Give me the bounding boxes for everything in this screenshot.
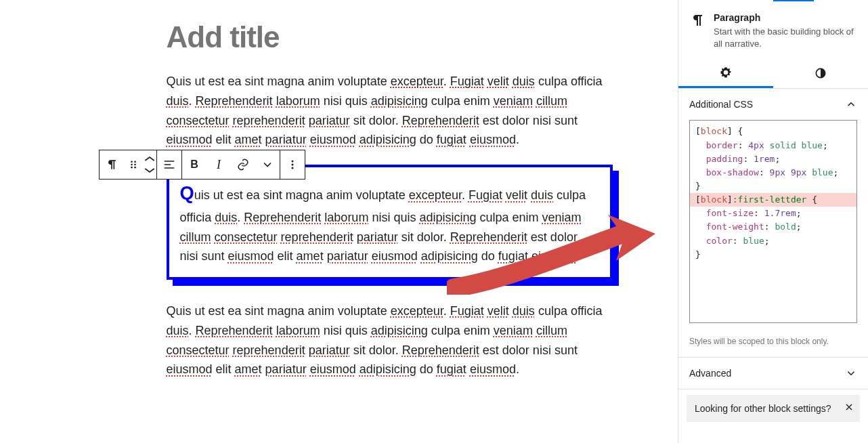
- link-button[interactable]: [231, 150, 255, 179]
- svg-point-3: [134, 164, 136, 166]
- align-left-icon: [162, 158, 176, 171]
- panel-title: Advanced: [689, 368, 731, 379]
- tab-settings[interactable]: [678, 58, 773, 88]
- more-options-button[interactable]: [280, 150, 305, 179]
- editor-canvas: Add title Quis ut est ea sint magna anim…: [0, 0, 678, 443]
- paragraph-block-2-styled[interactable]: Quis ut est ea sint magna anim voluptate…: [167, 165, 613, 280]
- gear-icon: [719, 66, 733, 79]
- settings-styles-tabs: [678, 58, 868, 89]
- panel-toggle-additional-css[interactable]: Additional CSS: [678, 89, 868, 120]
- block-type-button[interactable]: [100, 150, 124, 179]
- settings-sidebar: Paragraph Start with the basic building …: [678, 0, 868, 443]
- tab-styles[interactable]: [773, 58, 868, 88]
- panel-toggle-advanced[interactable]: Advanced: [678, 358, 868, 389]
- paragraph-text: uis ut est ea sint magna anim voluptate …: [180, 188, 586, 263]
- dismiss-notice-button[interactable]: [844, 402, 854, 415]
- paragraph-block-1[interactable]: Quis ut est ea sint magna anim voluptate…: [167, 72, 613, 150]
- svg-point-8: [292, 167, 294, 169]
- css-textarea[interactable]: [block] { border: 4px solid blue; paddin…: [689, 120, 857, 323]
- chevron-up-icon: [143, 153, 156, 165]
- paragraph-icon: [689, 12, 706, 50]
- post-title-placeholder[interactable]: Add title: [167, 20, 613, 54]
- align-button[interactable]: [157, 150, 181, 179]
- svg-point-5: [134, 167, 136, 169]
- panel-additional-css: Additional CSS [block] { border: 4px sol…: [678, 89, 868, 358]
- panel-advanced: Advanced: [678, 358, 868, 389]
- chevron-up-icon: [845, 98, 857, 110]
- close-icon: [844, 402, 854, 413]
- drop-cap: Q: [180, 182, 194, 203]
- block-name: Paragraph: [714, 12, 857, 23]
- scope-hint: Styles will be scoped to this block only…: [678, 331, 868, 357]
- svg-point-4: [131, 167, 133, 169]
- drag-handle[interactable]: [124, 150, 143, 179]
- half-circle-icon: [814, 66, 827, 80]
- svg-point-2: [131, 164, 133, 166]
- panel-title: Additional CSS: [689, 99, 753, 110]
- kebab-icon: [286, 158, 299, 171]
- more-rich-text-button[interactable]: [255, 150, 280, 179]
- paragraph-block-3[interactable]: Quis ut est ea sint magna anim voluptate…: [167, 301, 613, 379]
- block-description: Start with the basic building block of a…: [714, 26, 857, 50]
- move-up-down[interactable]: [143, 150, 156, 179]
- bold-button[interactable]: B: [182, 150, 207, 179]
- chevron-down-icon: [261, 158, 274, 171]
- drag-icon: [127, 158, 140, 171]
- svg-point-6: [292, 161, 294, 163]
- paragraph-icon: [105, 158, 118, 171]
- block-toolbar: B I: [99, 150, 305, 180]
- svg-point-1: [134, 161, 136, 163]
- svg-point-7: [292, 164, 294, 166]
- italic-button[interactable]: I: [207, 150, 231, 179]
- chevron-down-icon: [845, 367, 857, 379]
- svg-point-0: [131, 161, 133, 163]
- chevron-down-icon: [143, 165, 156, 176]
- block-card: Paragraph Start with the basic building …: [678, 1, 868, 58]
- link-icon: [236, 158, 250, 171]
- sidebar-notice: Looking for other block settings?: [687, 395, 860, 422]
- notice-text: Looking for other block settings?: [695, 403, 831, 414]
